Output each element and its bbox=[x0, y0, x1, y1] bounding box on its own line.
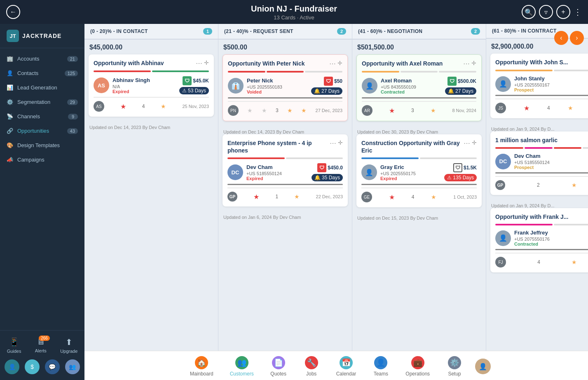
bell-icon: 🔔 bbox=[448, 88, 454, 94]
card-crosshair-button[interactable]: ✛ bbox=[204, 59, 209, 67]
footer-avatar: GE bbox=[361, 192, 372, 202]
rating-count: 2 bbox=[537, 182, 540, 188]
star-red: ★ bbox=[389, 193, 395, 201]
tab-jobs[interactable]: 🔧 Jobs bbox=[295, 354, 328, 378]
star-red: ★ bbox=[253, 193, 259, 201]
tab-setup[interactable]: ⚙️ Setup bbox=[438, 354, 471, 378]
column-badge-3: 2 bbox=[471, 28, 480, 35]
card-menu-button[interactable]: ⋯ bbox=[463, 60, 470, 68]
card-footer: FJ 4 ★ › bbox=[495, 253, 588, 267]
prev-arrow[interactable]: ‹ bbox=[554, 31, 568, 45]
value-amount: $1.5K bbox=[464, 165, 477, 171]
contact-name: Abhinav Singh bbox=[112, 77, 179, 83]
card-crosshair-button[interactable]: ✛ bbox=[338, 139, 343, 147]
tab-calendar[interactable]: 📅 Calendar bbox=[328, 354, 365, 378]
card-menu-button[interactable]: ⋯ bbox=[330, 139, 336, 147]
column-title-1: (0 - 20)% - IN CONTACT bbox=[90, 28, 148, 34]
segmentation-badge: 29 bbox=[67, 99, 78, 105]
card-salmon-garlic: 1 million salmon garlic DC Dev Cham bbox=[490, 131, 588, 195]
card-updated: Updated on Dec 30, 2023 By Dev Cham bbox=[356, 129, 482, 134]
tab-teams[interactable]: 👤 Teams bbox=[364, 354, 397, 378]
bell-icon: 🔔 bbox=[314, 175, 321, 181]
days-text: 53 Days bbox=[188, 88, 206, 94]
footer-date: 8 Nov, 2024 bbox=[452, 108, 476, 113]
back-button[interactable]: ← bbox=[6, 5, 20, 19]
card-menu-button[interactable]: ⋯ bbox=[196, 59, 202, 67]
sidebar-item-campaigns[interactable]: 📣 Campaigns bbox=[0, 152, 84, 167]
user-profile-avatar[interactable]: 👤 bbox=[475, 359, 491, 374]
progress-bar bbox=[94, 70, 209, 72]
alerts-button[interactable]: 266 🖥 Alerts bbox=[35, 337, 47, 354]
user-icon-1[interactable]: 👤 bbox=[5, 359, 19, 374]
upgrade-icon: ⬆ bbox=[66, 337, 73, 347]
progress-segment bbox=[554, 147, 582, 149]
rating-count: 3 bbox=[411, 108, 414, 113]
alerts-badge: 266 bbox=[39, 335, 50, 341]
contact-phone: +US 8435550109 bbox=[381, 84, 445, 89]
sidebar-item-design-templates[interactable]: 🎨 Design Templates bbox=[0, 138, 84, 152]
next-arrow[interactable]: › bbox=[570, 31, 584, 45]
tab-quotes[interactable]: 📄 Quotes bbox=[262, 354, 295, 378]
tab-mainboard[interactable]: 🏠 Mainboard bbox=[182, 354, 222, 378]
operations-icon: 💼 bbox=[411, 356, 424, 369]
rating-count: 4 bbox=[547, 105, 550, 111]
status-tag: Contracted bbox=[381, 89, 445, 94]
sidebar-user-icons: 👤 $ 💬 👥 bbox=[0, 356, 84, 376]
status-tag: Expired bbox=[380, 176, 444, 181]
card-title: 1 million salmon garlic bbox=[495, 136, 588, 144]
contact-name: Frank Jeffrey bbox=[514, 230, 588, 236]
progress-segment bbox=[286, 157, 343, 159]
tab-customers[interactable]: 👥 Customers bbox=[222, 354, 262, 378]
shield-icon: 🛡 bbox=[183, 76, 192, 85]
card-title: Opportunity with Frank J... bbox=[495, 213, 588, 220]
column-cards-1: $45,000.00 Opportunity with Abhinav ⋯ ✛ bbox=[84, 40, 218, 351]
card-header: Opportunity with Axel Roman ⋯ ✛ bbox=[362, 60, 476, 68]
sidebar-logo: JT JACKTRADE bbox=[0, 24, 84, 48]
avatar: 👤 bbox=[495, 230, 511, 246]
badge-row: 🛡 $1.5K ⚠ 135 Days bbox=[444, 163, 477, 181]
user-icon-3[interactable]: 💬 bbox=[45, 359, 60, 374]
card-crosshair-button[interactable]: ✛ bbox=[472, 139, 477, 147]
days-text: 135 Days bbox=[453, 175, 474, 181]
column-request-sent: (21 - 40)% - REQUEST SENT 2 $500.00 Oppo… bbox=[218, 24, 352, 351]
more-options-button[interactable]: ⋮ bbox=[574, 7, 582, 17]
user-icon-4[interactable]: 👥 bbox=[65, 359, 80, 374]
progress-bar-bottom bbox=[361, 184, 477, 185]
card-crosshair-button[interactable]: ✛ bbox=[471, 60, 476, 68]
guides-button[interactable]: 📱 Guides bbox=[7, 337, 21, 354]
sidebar-item-segmentation[interactable]: ⚙️ Segmentation 29 bbox=[0, 95, 84, 109]
user-icon-2[interactable]: $ bbox=[25, 359, 40, 374]
progress-segment bbox=[227, 157, 285, 159]
contact-info: Peter Nick +US 2025550183 Voided bbox=[247, 77, 311, 94]
avatar: DC bbox=[495, 154, 511, 169]
sidebar-item-lead-generation[interactable]: 📊 Lead Generation bbox=[0, 80, 84, 95]
sidebar-item-opportunities[interactable]: 🔗 Opportunities 43 bbox=[0, 124, 84, 138]
progress-segment bbox=[94, 70, 151, 72]
column-negotiation: (41 - 60)% - NEGOTIATION 2 $501,500.00 O… bbox=[352, 24, 486, 351]
progress-bar-bottom bbox=[495, 172, 588, 174]
card-menu-button[interactable]: ⋯ bbox=[464, 139, 470, 147]
star-red: ★ bbox=[524, 104, 529, 112]
sidebar-item-channels[interactable]: 📡 Channels 9 bbox=[0, 109, 84, 124]
value-amount: $50 bbox=[334, 78, 342, 84]
upgrade-button[interactable]: ⬆ Upgrade bbox=[60, 337, 77, 354]
search-button[interactable]: 🔍 bbox=[522, 5, 536, 19]
contact-name: Peter Nick bbox=[247, 77, 311, 84]
status-tag: Contracted bbox=[514, 242, 588, 246]
days-badge: 🔔 27 Days bbox=[445, 87, 476, 95]
sidebar-item-contacts[interactable]: 👤 Contacts 125 bbox=[0, 66, 84, 80]
tab-operations[interactable]: 💼 Operations bbox=[397, 354, 438, 378]
progress-bar bbox=[227, 157, 343, 159]
contact-row: DC Dev Cham +US 5185550124 Prospect bbox=[495, 153, 588, 170]
card-menu-button[interactable]: ⋯ bbox=[329, 60, 336, 68]
star-gold: ★ bbox=[568, 105, 573, 111]
segmentation-icon: ⚙️ bbox=[7, 99, 13, 105]
contact-info: Gray Eric +US 2025550175 Expired bbox=[380, 164, 444, 181]
card-crosshair-button[interactable]: ✛ bbox=[337, 60, 342, 68]
filter-button[interactable]: ▿ bbox=[539, 5, 553, 19]
sidebar-item-accounts[interactable]: 🏢 Accounts 21 bbox=[0, 52, 84, 66]
channels-badge: 9 bbox=[68, 114, 78, 120]
column-in-contact: (0 - 20)% - IN CONTACT 1 $45,000.00 Oppo… bbox=[84, 24, 218, 351]
add-button[interactable]: + bbox=[556, 5, 570, 19]
card-footer: AR ★ 3 ★ 8 Nov, 2024 bbox=[362, 101, 476, 116]
